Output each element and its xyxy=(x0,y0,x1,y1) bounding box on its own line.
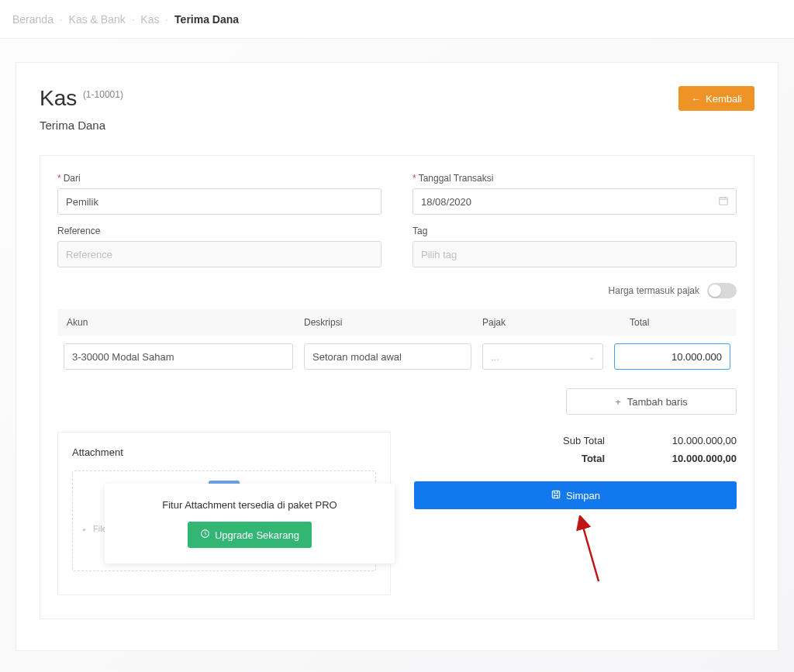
attachment-title: Attachment xyxy=(72,446,376,458)
tag-input[interactable] xyxy=(413,241,737,267)
col-total: Total xyxy=(614,317,730,328)
arrow-left-icon: ← xyxy=(691,93,701,105)
clock-icon xyxy=(200,529,210,541)
upgrade-button-label: Upgrade Sekarang xyxy=(215,529,299,541)
col-deskripsi: Deskripsi xyxy=(304,317,482,328)
svg-rect-0 xyxy=(720,198,728,205)
deskripsi-input[interactable] xyxy=(304,343,471,370)
save-icon xyxy=(551,489,561,502)
breadcrumb: Beranda · Kas & Bank · Kas · Terima Dana xyxy=(0,0,794,39)
main-card: Kas (1-10001) Terima Dana ← Kembali *Dar… xyxy=(16,62,778,651)
col-akun: Akun xyxy=(64,317,304,328)
total-input[interactable] xyxy=(614,343,730,370)
subtotal-label: Sub Total xyxy=(473,435,605,446)
subtotal-value: 10.000.000,00 xyxy=(605,435,737,446)
total-value: 10.000.000,00 xyxy=(605,453,737,464)
breadcrumb-sep: · xyxy=(132,13,135,25)
breadcrumb-sep: · xyxy=(60,13,63,25)
table-header: Akun Deskripsi Pajak Total xyxy=(57,309,737,336)
from-label: *Dari xyxy=(57,173,381,184)
date-input[interactable] xyxy=(413,188,737,215)
breadcrumb-item-current: Terima Dana xyxy=(174,13,239,26)
form-body: *Dari *Tanggal Transaksi Reference xyxy=(40,155,754,619)
tax-include-label: Harga termasuk pajak xyxy=(609,285,699,296)
back-button-label: Kembali xyxy=(706,93,742,105)
attachment-card: Attachment File siz Fitur Attachment ter… xyxy=(57,432,391,595)
save-button-label: Simpan xyxy=(566,490,600,501)
pajak-select-value: ... xyxy=(491,351,499,363)
akun-input[interactable] xyxy=(64,343,293,370)
pajak-select[interactable]: ... ⌄ xyxy=(482,343,603,370)
date-label: *Tanggal Transaksi xyxy=(413,173,737,184)
page-subtitle: Terima Dana xyxy=(40,119,123,132)
back-button[interactable]: ← Kembali xyxy=(678,86,754,111)
from-input[interactable] xyxy=(57,188,381,215)
attachment-upsell-text: Fitur Attachment tersedia di paket PRO xyxy=(123,499,376,511)
attachment-upsell-popup: Fitur Attachment tersedia di paket PRO U… xyxy=(105,484,395,563)
calendar-icon[interactable] xyxy=(718,195,729,208)
breadcrumb-item-kasbank[interactable]: Kas & Bank xyxy=(69,13,126,26)
reference-label: Reference xyxy=(57,226,381,236)
breadcrumb-sep: · xyxy=(165,13,168,25)
upgrade-button[interactable]: Upgrade Sekarang xyxy=(188,522,312,548)
plus-icon: + xyxy=(615,396,621,408)
save-button[interactable]: Simpan xyxy=(414,481,737,509)
add-row-label: Tambah baris xyxy=(627,396,688,408)
page-title-code: (1-10001) xyxy=(83,89,123,100)
col-pajak: Pajak xyxy=(482,317,614,328)
breadcrumb-item-kas[interactable]: Kas xyxy=(140,13,159,26)
table-row: ... ⌄ xyxy=(57,336,737,374)
total-label: Total xyxy=(473,453,605,464)
tag-label: Tag xyxy=(413,226,737,236)
page-title: Kas xyxy=(40,86,77,111)
tax-include-toggle[interactable] xyxy=(707,283,737,298)
add-row-button[interactable]: + Tambah baris xyxy=(566,388,737,415)
totals-panel: Sub Total 10.000.000,00 Total 10.000.000… xyxy=(414,432,737,595)
svg-rect-2 xyxy=(552,491,559,498)
chevron-down-icon: ⌄ xyxy=(589,353,595,361)
breadcrumb-item-home[interactable]: Beranda xyxy=(12,13,54,26)
reference-input[interactable] xyxy=(57,241,381,267)
